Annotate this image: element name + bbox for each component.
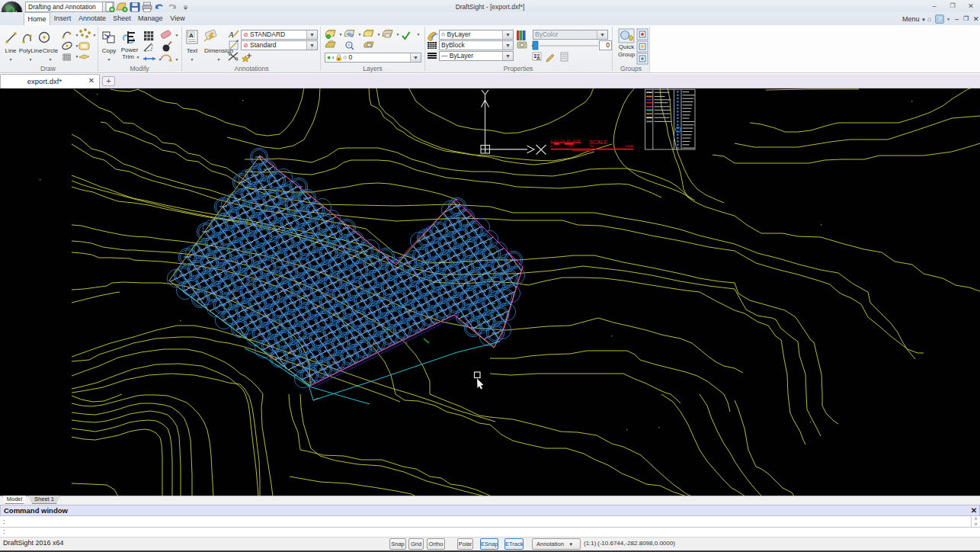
svg-text:25: 25 [569, 144, 573, 148]
svg-text:100M: 100M [625, 144, 633, 148]
svg-text:0 10 20 30 40M: 0 10 20 30 40M [550, 139, 581, 143]
svg-text:50: 50 [590, 144, 594, 148]
svg-text:A: A [189, 32, 194, 39]
svg-text:A: A [536, 56, 540, 61]
svg-text:A: A [228, 30, 234, 39]
